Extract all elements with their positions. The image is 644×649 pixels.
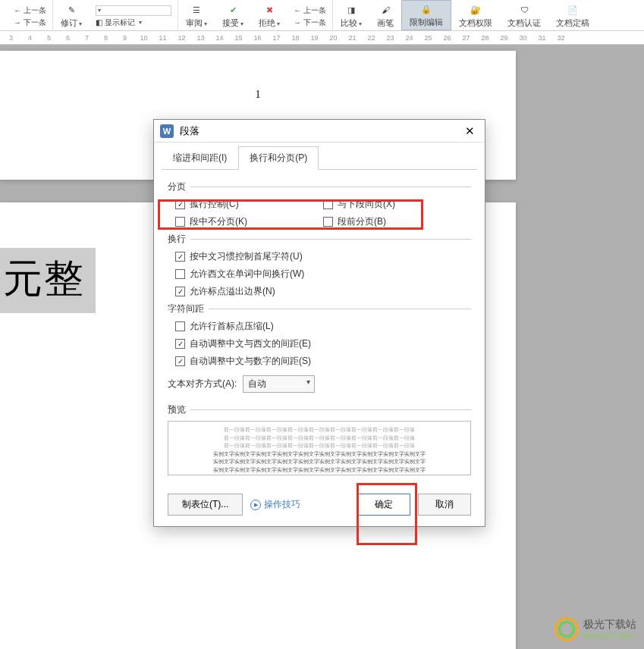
label: 显示标记 <box>105 17 135 28</box>
page-number: 1 <box>0 89 516 101</box>
label: 换行和分页(P) <box>250 152 307 163</box>
label: 接受 <box>222 17 243 29</box>
reject-button[interactable]: ✖ 拒绝 <box>251 0 287 30</box>
section-pagination: 分页 <box>168 180 471 193</box>
revision-button[interactable]: ✎ 修订 <box>53 0 90 30</box>
label: 画笔 <box>377 17 394 29</box>
dialog-titlebar: W 段落 ✕ <box>154 120 485 143</box>
ribbon-toolbar: ← 上一条 → 下一条 ✎ 修订 ◧ 显示标记 ☰ 审阅 ✔ 接受 ✖ 拒绝 ←… <box>0 0 644 31</box>
check-keep-together[interactable]: 段中不分页(K) <box>175 215 323 228</box>
check-auto-cjk-latin[interactable]: 自动调整中文与西文的间距(E) <box>175 337 311 350</box>
cancel-button[interactable]: 取消 <box>418 494 471 516</box>
label: 孤行控制(C) <box>190 198 239 211</box>
checkbox-icon <box>175 217 185 227</box>
label: 上一条 <box>24 5 46 16</box>
preview-line: 前一段落前一段落前一段落前一段落前一段落前一段落前一段落前一段落前一段落 <box>181 434 458 443</box>
check-compress-first-punct[interactable]: 允许行首标点压缩(L) <box>175 320 274 333</box>
tab-linebreak[interactable]: 换行和分页(P) <box>238 146 319 170</box>
ok-button[interactable]: 确定 <box>357 494 410 516</box>
watermark-title: 极光下载站 <box>583 619 636 630</box>
checkbox-icon <box>323 199 333 209</box>
label: 预览 <box>168 403 186 416</box>
permission-icon: 🔐 <box>469 3 482 17</box>
dialog-body: 分页 孤行控制(C) 与下段同页(X) 段中不分页(K) 段前分页(B) <box>154 170 485 486</box>
select-value: 自动 <box>248 378 266 389</box>
ribbon-group-marks: ◧ 显示标记 <box>90 0 178 31</box>
doc-finalize-button[interactable]: 📄 文档定稿 <box>548 0 597 30</box>
section-charspace: 字符间距 <box>168 303 471 315</box>
show-marks[interactable]: ◧ 显示标记 <box>96 17 171 28</box>
label: 分页 <box>168 180 186 193</box>
check-auto-cjk-number[interactable]: 自动调整中文与数字的间距(S) <box>175 355 311 368</box>
watermark-url: www.xz7.com <box>583 631 636 640</box>
compare-button[interactable]: ◨ 比较 <box>333 0 369 30</box>
label: 文档权限 <box>459 17 492 29</box>
checkbox-icon <box>175 269 185 279</box>
marks-top[interactable] <box>96 5 171 16</box>
label: 取消 <box>435 499 454 509</box>
label: 文档定稿 <box>556 17 589 29</box>
ribbon-next[interactable]: → 下一条 <box>14 17 46 28</box>
watermark: 极光下载站 www.xz7.com <box>554 617 636 641</box>
check-cjk-first-last[interactable]: 按中文习惯控制首尾字符(U) <box>175 250 303 263</box>
tips-link[interactable]: 操作技巧 <box>250 498 300 511</box>
check-punct-overflow[interactable]: 允许标点溢出边界(N) <box>175 285 275 298</box>
label: 修订 <box>61 17 82 29</box>
label: 自动调整中文与数字的间距(S) <box>190 355 311 368</box>
checkbox-icon <box>175 356 185 366</box>
align-select[interactable]: 自动 <box>243 375 315 393</box>
brush-icon: 🖌 <box>379 3 392 17</box>
label: 换行 <box>168 233 186 246</box>
check-widow-control[interactable]: 孤行控制(C) <box>175 198 323 211</box>
doc-permission-button[interactable]: 🔐 文档权限 <box>451 0 500 30</box>
horizontal-ruler: 3456789101112131415161718192021222324252… <box>0 31 644 45</box>
label: 上一条 <box>303 5 326 16</box>
check-page-break-before[interactable]: 段前分页(B) <box>323 215 471 228</box>
ribbon-prev2[interactable]: ← 上一条 <box>294 5 326 16</box>
review-icon: ☰ <box>190 3 203 17</box>
align-label: 文本对齐方式(A): <box>168 378 237 390</box>
dialog-footer: 制表位(T)... 操作技巧 确定 取消 <box>154 486 485 526</box>
restrict-edit-button[interactable]: 🔒 限制编辑 <box>401 0 451 30</box>
label: 按中文习惯控制首尾字符(U) <box>190 250 303 263</box>
tab-indent[interactable]: 缩进和间距(I) <box>162 146 238 170</box>
preview-line: 实例文字实例文字实例文字实例文字实例文字实例文字实例文字实例文字实例文字实例文字 <box>181 458 458 466</box>
brush-button[interactable]: 🖌 画笔 <box>369 0 401 30</box>
revision-icon: ✎ <box>64 3 78 17</box>
label: 缩进和间距(I) <box>173 152 227 163</box>
label: 允许标点溢出边界(N) <box>190 285 275 298</box>
label: 拒绝 <box>259 17 280 29</box>
label: 允许西文在单词中间换行(W) <box>190 268 304 281</box>
selected-text[interactable]: 元整 <box>0 248 96 313</box>
label: 下一条 <box>303 17 326 28</box>
section-linebreak: 换行 <box>168 233 471 246</box>
doc-cert-button[interactable]: 🛡 文档认证 <box>500 0 548 30</box>
section-preview: 预览 <box>168 403 471 416</box>
label: 审阅 <box>186 17 207 29</box>
check-keep-with-next[interactable]: 与下段同页(X) <box>323 198 471 211</box>
ribbon-next2[interactable]: → 下一条 <box>294 17 326 28</box>
preview-line: 实例文字实例文字实例文字实例文字实例文字实例文字实例文字实例文字实例文字实例文字 <box>181 466 458 475</box>
label: 允许行首标点压缩(L) <box>190 320 274 333</box>
check-allow-latin-wrap[interactable]: 允许西文在单词中间换行(W) <box>175 268 304 281</box>
preview-box: 前一段落前一段落前一段落前一段落前一段落前一段落前一段落前一段落前一段落 前一段… <box>168 421 471 475</box>
checkbox-icon <box>323 217 333 227</box>
preview-line: 实例文字实例文字实例文字实例文字实例文字实例文字实例文字实例文字实例文字实例文字 <box>181 450 458 459</box>
label: 自动调整中文与西文的间距(E) <box>190 337 311 350</box>
preview-line: 前一段落前一段落前一段落前一段落前一段落前一段落前一段落前一段落前一段落 <box>181 426 458 434</box>
app-icon: W <box>160 124 174 138</box>
tabs-button[interactable]: 制表位(T)... <box>168 494 243 516</box>
dialog-title: 段落 <box>180 124 460 138</box>
label: 段中不分页(K) <box>190 215 247 228</box>
label: 比较 <box>341 17 362 29</box>
play-icon <box>250 500 261 510</box>
label: 限制编辑 <box>410 17 443 28</box>
checkbox-icon <box>175 321 185 331</box>
checkbox-icon <box>175 252 185 262</box>
ribbon-prev[interactable]: ← 上一条 <box>14 5 46 16</box>
paragraph-dialog: W 段落 ✕ 缩进和间距(I) 换行和分页(P) 分页 孤行控制(C) 与下段同… <box>153 119 485 527</box>
close-button[interactable]: ✕ <box>460 122 479 140</box>
accept-button[interactable]: ✔ 接受 <box>215 0 251 30</box>
review-button[interactable]: ☰ 审阅 <box>178 0 215 30</box>
checkbox-icon <box>175 287 185 296</box>
